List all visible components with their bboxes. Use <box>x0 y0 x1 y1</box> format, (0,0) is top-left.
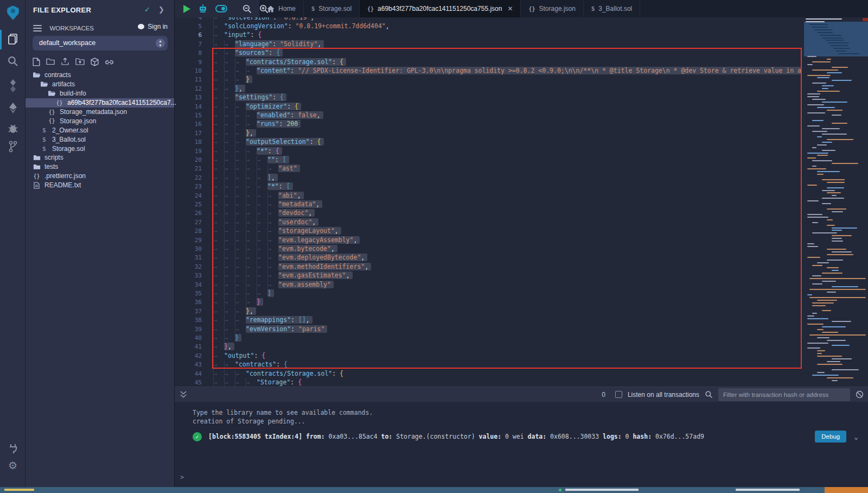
tree-item-a69b43f277ba20fcac141151250ca7-[interactable]: {}a69b43f277ba20fcac141151250ca7... <box>25 98 174 108</box>
tree-item-readme-txt[interactable]: README.txt <box>25 181 174 190</box>
tree-item-3-ballot-sol[interactable]: S3_Ballot.sol <box>25 135 174 144</box>
minimap-line <box>822 310 831 311</box>
minimap-line <box>822 198 844 199</box>
minimap-line <box>817 329 824 330</box>
minimap-line <box>812 313 817 314</box>
minimap-line <box>832 123 847 124</box>
sol-icon: S <box>40 146 48 152</box>
terminal-prompt[interactable]: > <box>180 473 184 481</box>
debugger-icon[interactable] <box>0 123 25 134</box>
code-line-26: 26→→→→→→"devdoc", <box>175 208 315 217</box>
sign-in-button[interactable]: Sign in <box>137 23 168 30</box>
minimap-line <box>807 168 826 169</box>
minimap-line <box>814 29 833 30</box>
tx-expand-icon[interactable]: ⌄ <box>854 433 858 441</box>
file-explorer-icon[interactable] <box>0 33 25 46</box>
workspace-stepper-icon[interactable]: ▲▼ <box>156 39 165 48</box>
tree-item-label: tests <box>44 163 58 170</box>
minimap-line <box>817 174 824 175</box>
minimap-line <box>817 91 840 92</box>
run-script-button[interactable] <box>183 5 190 13</box>
close-tab-icon[interactable]: ✕ <box>507 5 513 12</box>
link-icon[interactable] <box>105 58 114 67</box>
zoom-out-icon[interactable] <box>242 4 252 14</box>
toggle-switch-icon[interactable] <box>215 5 227 12</box>
upload-file-icon[interactable] <box>61 58 69 67</box>
minimap-line <box>817 144 827 146</box>
new-file-icon[interactable] <box>33 58 40 67</box>
minimap[interactable] <box>804 17 868 387</box>
minimap-line <box>817 364 843 365</box>
terminal-collapse-icon[interactable] <box>180 391 187 398</box>
minimap-line <box>832 321 851 322</box>
code-line-4: 4→"solcVersion": "0.8.19", <box>175 17 314 22</box>
scam-alert-badge[interactable] <box>825 487 868 493</box>
plugin-manager-icon[interactable] <box>0 442 25 455</box>
sol-icon: S <box>311 5 315 12</box>
minimap-line <box>812 147 816 148</box>
minimap-line <box>817 350 825 351</box>
tab-label: Storage.json <box>539 5 576 12</box>
tab-home[interactable]: Home <box>259 0 304 17</box>
transaction-row[interactable]: ✓ [block:5583405 txIndex:4] from: 0xa03.… <box>193 429 858 444</box>
git-icon[interactable] <box>0 140 25 153</box>
ai-assistant-icon[interactable] <box>198 4 208 14</box>
tree-item-storage-metadata-json[interactable]: {}Storage_metadata.json <box>25 108 174 117</box>
transaction-count-badge: 0 <box>602 391 605 399</box>
tx-summary: [block:5583405 txIndex:4] from: 0xa03...… <box>208 433 807 440</box>
minimap-line <box>822 179 845 180</box>
minimap-line <box>807 243 814 244</box>
minimap-line <box>827 219 833 220</box>
upload-folder-icon[interactable] <box>75 58 85 67</box>
minimap-line <box>817 262 829 263</box>
solidity-compiler-icon[interactable] <box>0 79 25 92</box>
tree-item-scripts[interactable]: scripts <box>25 153 174 162</box>
minimap-line <box>827 110 843 111</box>
tree-item-build-info[interactable]: build-info <box>25 89 174 98</box>
minimap-line <box>822 150 835 151</box>
clear-filter-icon[interactable] <box>856 390 864 399</box>
chevron-right-icon[interactable]: ❯ <box>158 5 164 14</box>
minimap-line <box>807 112 825 113</box>
listen-checkbox[interactable] <box>615 391 622 398</box>
terminal-search-icon[interactable] <box>705 390 713 399</box>
tab-storage-sol[interactable]: SStorage.sol <box>304 0 360 17</box>
minimap-line <box>827 260 843 261</box>
code-line-15: 15→→→→"enabled": false, <box>175 111 323 119</box>
file-tree: contractsartifactsbuild-info{}a69b43f277… <box>25 71 174 190</box>
minimap-line <box>832 251 852 252</box>
workspace-selector[interactable]: default_workspace ▲▼ <box>33 36 168 50</box>
code-line-5: 5→"solcLongVersion": "0.8.19+commit.7dd6… <box>175 22 390 30</box>
workspaces-menu-icon[interactable] <box>33 23 42 33</box>
settings-gear-icon[interactable]: ⚙ <box>0 459 25 472</box>
minimap-line <box>817 356 842 357</box>
tree-item--prettierrc-json[interactable]: {}.prettierrc.json <box>25 172 174 181</box>
tree-item-2-owner-sol[interactable]: S2_Owner.sol <box>25 125 174 135</box>
minimap-line <box>822 85 834 86</box>
tab-3-ballot-sol[interactable]: S3_Ballot.sol <box>584 0 640 17</box>
code-line-9: 9→→→"contracts/Storage.sol": { <box>175 58 346 66</box>
minimap-line <box>827 340 846 341</box>
tree-item-storage-json[interactable]: {}Storage.json <box>25 116 174 125</box>
debug-button[interactable]: Debug <box>815 431 846 443</box>
filter-input[interactable] <box>718 388 850 401</box>
tab-a69b43f277ba20fcac141151250ca755-json[interactable]: {}a69b43f277ba20fcac141151250ca755.json✕ <box>360 0 521 17</box>
minimap-line <box>807 185 817 186</box>
minimap-line <box>820 35 841 36</box>
tab-storage-json[interactable]: {}Storage.json <box>521 0 583 17</box>
listen-label[interactable]: Listen on all transactions <box>628 391 699 399</box>
tree-item-tests[interactable]: tests <box>25 162 174 172</box>
minimap-line <box>807 324 824 325</box>
terminal[interactable]: Type the library name to see available c… <box>175 402 868 487</box>
code-editor[interactable]: 4→"solcVersion": "0.8.19",5→"solcLongVer… <box>175 17 868 387</box>
minimap-line <box>822 273 843 274</box>
terminal-header: 0 Listen on all transactions <box>175 387 868 402</box>
tree-item-artifacts[interactable]: artifacts <box>25 80 174 89</box>
tree-item-contracts[interactable]: contracts <box>25 71 174 80</box>
code-line-7: 7→→"language": "Solidity", <box>175 40 324 48</box>
new-folder-icon[interactable] <box>46 58 55 67</box>
cube-icon[interactable] <box>91 58 99 67</box>
tree-item-storage-sol[interactable]: SStorage.sol <box>25 144 174 153</box>
search-icon[interactable] <box>0 55 25 67</box>
deploy-run-icon[interactable] <box>0 102 25 114</box>
